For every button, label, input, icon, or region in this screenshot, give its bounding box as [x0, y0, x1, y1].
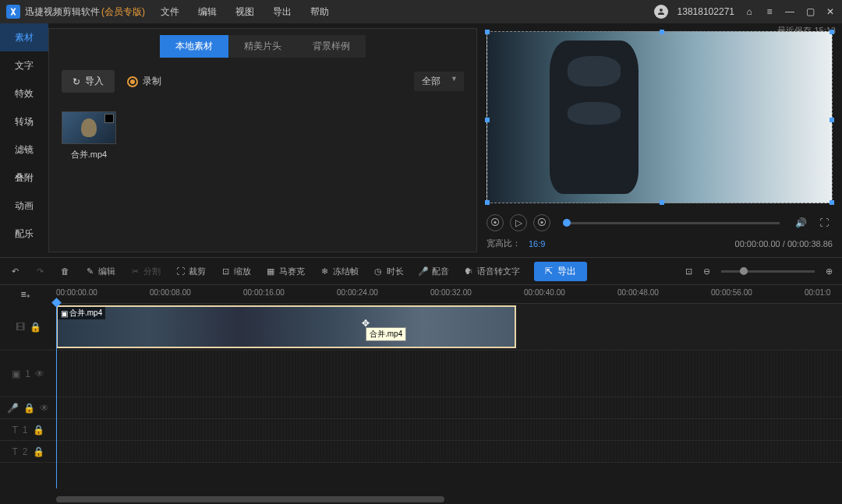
lock-icon[interactable]: 🔒 — [30, 322, 41, 333]
text-icon: T — [12, 425, 17, 435]
ruler-tick: 00:00:16.00 — [243, 288, 285, 297]
fullscreen-icon[interactable]: ⛶ — [815, 214, 833, 231]
mic-icon: 🎤 — [7, 403, 19, 414]
playhead[interactable] — [56, 304, 57, 488]
sidebar-item-media[interactable]: 素材 — [0, 23, 48, 51]
media-item[interactable]: 合并.mp4 — [62, 111, 116, 160]
ruler-tick: 00:00:24.00 — [337, 288, 378, 297]
preview-panel: ⦿ ▷ ⦿ 🔊 ⛶ 宽高比： 16:9 00:00:00.00 / 00:00:… — [477, 23, 842, 257]
timeline-clip[interactable]: ▣合并.mp4 ✥ 合并.mp4 — [56, 305, 516, 348]
ruler-tick: 00:01:0 — [805, 288, 830, 297]
edit-button[interactable]: ✎编辑 — [84, 266, 115, 277]
ruler-tick: 00:00:00.00 — [56, 288, 97, 297]
timeline: ≡₊ 00:00:00.00 00:00:08.00 00:00:16.00 0… — [0, 285, 842, 504]
timeline-ruler[interactable]: 00:00:00.00 00:00:08.00 00:00:16.00 00:0… — [56, 285, 842, 304]
scale-button[interactable]: ⊡缩放 — [220, 266, 251, 277]
ratio-label: 宽高比： — [486, 238, 521, 249]
home-icon[interactable]: ⌂ — [744, 6, 755, 17]
zoom-slider[interactable] — [721, 270, 815, 273]
record-toggle[interactable]: 录制 — [127, 75, 161, 88]
sidebar-item-effects[interactable]: 特效 — [0, 79, 48, 107]
sidebar: 素材 文字 特效 转场 滤镜 叠附 动画 配乐 — [0, 23, 48, 257]
export-button[interactable]: ⇱导出 — [534, 262, 587, 281]
clip-label: ▣合并.mp4 — [58, 307, 105, 319]
crop-button[interactable]: ⛶裁剪 — [175, 266, 206, 277]
zoom-in-button[interactable]: ⊕ — [826, 266, 833, 277]
eye-icon[interactable]: 👁 — [35, 368, 44, 379]
filter-dropdown[interactable]: 全部 — [414, 72, 464, 91]
track-head-text2[interactable]: T2🔒 — [0, 441, 56, 462]
app-logo — [6, 5, 20, 19]
freeze-button[interactable]: ❄冻结帧 — [319, 266, 359, 277]
ruler-tick: 00:00:08.00 — [150, 288, 191, 297]
redo-button[interactable]: ↷ — [34, 266, 45, 277]
record-radio-icon — [127, 76, 138, 87]
sidebar-item-text[interactable]: 文字 — [0, 51, 48, 79]
time-display: 00:00:00.00 / 00:00:38.86 — [735, 239, 833, 248]
delete-button[interactable]: 🗑 — [59, 266, 70, 277]
preview-progress[interactable] — [563, 222, 780, 224]
sidebar-item-music[interactable]: 配乐 — [0, 220, 48, 248]
sidebar-item-animation[interactable]: 动画 — [0, 192, 48, 220]
mosaic-button[interactable]: ▦马赛克 — [265, 266, 305, 277]
menu-bar: 文件 编辑 视图 导出 帮助 — [161, 5, 329, 19]
user-id[interactable]: 13818102271 — [677, 6, 734, 17]
track-head-overlay[interactable]: ▣1👁 — [0, 351, 56, 397]
sidebar-item-filter[interactable]: 滤镜 — [0, 136, 48, 164]
hamburger-icon[interactable]: ≡ — [764, 6, 775, 17]
app-title: 迅捷视频剪辑软件 — [25, 5, 100, 19]
next-frame-button[interactable]: ⦿ — [533, 214, 550, 231]
media-tab-background[interactable]: 背景样例 — [297, 35, 366, 58]
volume-icon[interactable]: 🔊 — [792, 214, 809, 231]
lock-icon[interactable]: 🔒 — [33, 425, 44, 435]
user-avatar-icon[interactable] — [654, 5, 668, 19]
eye-icon[interactable]: 👁 — [40, 403, 49, 414]
audio-track: 🎤🔒👁 — [0, 397, 842, 419]
menu-file[interactable]: 文件 — [161, 5, 179, 19]
menu-export[interactable]: 导出 — [273, 5, 292, 19]
horizontal-scrollbar[interactable] — [56, 495, 833, 504]
sidebar-item-transition[interactable]: 转场 — [0, 107, 48, 136]
media-item-name: 合并.mp4 — [62, 149, 116, 160]
sidebar-item-overlay[interactable]: 叠附 — [0, 164, 48, 192]
minimize-button[interactable]: — — [784, 6, 795, 17]
media-panel: 本地素材 精美片头 背景样例 ↻ 导入 录制 全部 合并.mp4 — [48, 28, 477, 252]
media-tab-intro[interactable]: 精美片头 — [228, 35, 297, 58]
preview-canvas[interactable] — [486, 31, 833, 203]
app-edition: (会员专版) — [101, 5, 145, 19]
media-thumbnail — [62, 111, 116, 144]
maximize-button[interactable]: ▢ — [805, 6, 815, 17]
import-icon: ↻ — [73, 76, 80, 87]
split-button[interactable]: ✂分割 — [129, 266, 161, 277]
close-button[interactable]: ✕ — [825, 6, 836, 17]
fit-button[interactable]: ⊡ — [685, 266, 692, 277]
duration-button[interactable]: ◷时长 — [373, 266, 404, 277]
lock-icon[interactable]: 🔒 — [33, 446, 44, 457]
text-track-2: T2🔒 — [0, 441, 842, 463]
zoom-out-button[interactable]: ⊖ — [703, 266, 710, 277]
video-track: 🎞🔒 ▣合并.mp4 ✥ 合并.mp4 — [0, 304, 842, 351]
track-head-audio[interactable]: 🎤🔒👁 — [0, 397, 56, 418]
text-track-1: T1🔒 — [0, 419, 842, 441]
text-icon: T — [12, 446, 17, 457]
prev-frame-button[interactable]: ⦿ — [486, 214, 504, 231]
menu-view[interactable]: 视图 — [235, 5, 254, 19]
ratio-value[interactable]: 16:9 — [529, 239, 545, 248]
play-button[interactable]: ▷ — [510, 214, 527, 231]
titlebar: 迅捷视频剪辑软件 (会员专版) 文件 编辑 视图 导出 帮助 138181022… — [0, 0, 842, 23]
dub-button[interactable]: 🎤配音 — [418, 266, 449, 277]
menu-help[interactable]: 帮助 — [310, 5, 329, 19]
track-head-text1[interactable]: T1🔒 — [0, 419, 56, 440]
clip-tooltip: 合并.mp4 — [366, 327, 406, 341]
timeline-toolbar: ↶ ↷ 🗑 ✎编辑 ✂分割 ⛶裁剪 ⊡缩放 ▦马赛克 ❄冻结帧 ◷时长 🎤配音 … — [0, 257, 842, 285]
add-track-button[interactable]: ≡₊ — [16, 287, 36, 302]
menu-edit[interactable]: 编辑 — [198, 5, 217, 19]
stt-button[interactable]: 🗣语音转文字 — [463, 266, 520, 277]
lock-icon[interactable]: 🔒 — [23, 403, 35, 414]
media-tab-local[interactable]: 本地素材 — [160, 35, 228, 58]
ruler-tick: 00:00:32.00 — [430, 288, 472, 297]
import-button[interactable]: ↻ 导入 — [62, 70, 115, 93]
track-head-video[interactable]: 🎞🔒 — [0, 304, 56, 350]
filter-value: 全部 — [422, 76, 440, 86]
undo-button[interactable]: ↶ — [9, 266, 20, 277]
